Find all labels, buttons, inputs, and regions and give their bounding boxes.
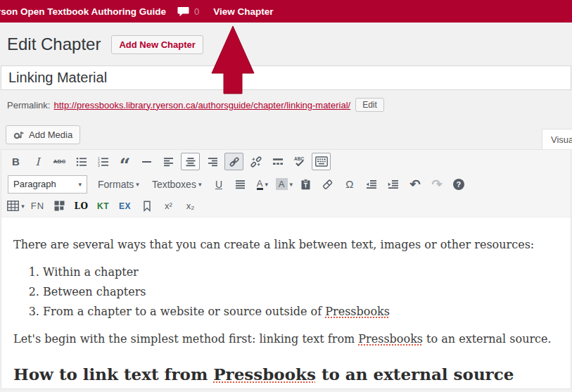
toolbar-row-1: B I ABC 123 “ ABC — [1, 150, 571, 173]
list-item: Within a chapter — [43, 265, 557, 280]
horizontal-rule-button[interactable] — [137, 153, 156, 170]
underline-button[interactable]: U — [209, 175, 228, 193]
tab-visual-label: Visual — [551, 134, 572, 145]
chevron-down-icon: ▾ — [21, 203, 25, 210]
permalink-url-link[interactable]: http://pressbooks.library.ryerson.ca/aut… — [53, 100, 350, 110]
undo-button[interactable]: ↶ — [405, 175, 424, 193]
list-item: Between chapters — [43, 285, 557, 300]
justify-button[interactable] — [231, 175, 250, 193]
page-title: Edit Chapter — [7, 34, 101, 54]
chevron-down-icon: ▾ — [78, 181, 82, 188]
media-row: Add Media Visual — [0, 125, 572, 149]
section-heading: How to link text from Pressbooks to an e… — [13, 365, 557, 384]
misspelled-word: Pressbooks — [213, 365, 316, 384]
subscript-button[interactable]: x₂ — [181, 197, 200, 215]
permalink-edit-button[interactable]: Edit — [355, 98, 384, 112]
blockquote-button[interactable]: “ — [115, 153, 134, 170]
bold-button[interactable]: B — [6, 153, 25, 170]
permalink-row: Permalink: http://pressbooks.library.rye… — [0, 90, 572, 112]
align-right-button[interactable] — [203, 153, 222, 170]
bullet-list-button[interactable] — [72, 153, 91, 170]
toolbar-row-3: ▾ FN LO KT EX x² x₂ — [1, 195, 571, 217]
table-button[interactable]: ▾ — [6, 197, 25, 215]
spellcheck-button[interactable]: ABC — [290, 153, 309, 170]
redo-button[interactable]: ↷ — [427, 175, 446, 193]
page-head: Edit Chapter Add New Chapter — [0, 23, 572, 54]
chevron-down-icon: ▾ — [265, 181, 269, 188]
numbered-list-button[interactable]: 123 — [94, 153, 113, 170]
view-chapter-link[interactable]: View Chapter — [213, 6, 273, 17]
anchor-button[interactable] — [137, 197, 156, 215]
editor: B I ABC 123 “ ABC — [1, 149, 571, 389]
footnote-button[interactable]: FN — [28, 197, 47, 215]
chevron-down-icon: ▾ — [290, 181, 293, 188]
background-color-button[interactable]: A▾ — [274, 175, 293, 193]
clear-formatting-button[interactable] — [318, 175, 337, 193]
svg-text:3: 3 — [98, 163, 100, 167]
admin-bar: rson Open Textbook Authoring Guide 0 Vie… — [0, 0, 572, 23]
comments-bubble-icon[interactable] — [177, 6, 189, 17]
paragraph-select-value: Paragraph — [13, 179, 56, 189]
special-character-button[interactable]: Ω — [340, 175, 359, 193]
annotation-arrow-up — [211, 25, 255, 97]
add-new-chapter-button[interactable]: Add New Chapter — [111, 35, 203, 54]
exercises-button[interactable]: EX — [115, 197, 134, 215]
help-button[interactable]: ? — [449, 175, 468, 193]
site-title[interactable]: rson Open Textbook Authoring Guide — [0, 6, 166, 17]
superscript-button[interactable]: x² — [159, 197, 178, 215]
paste-as-text-button[interactable] — [296, 175, 315, 193]
link-button[interactable] — [224, 153, 243, 170]
toolbar-row-2: Paragraph ▾ Formats ▾ Textboxes ▾ U A▾ A… — [1, 173, 571, 195]
key-terms-button[interactable]: KT — [94, 197, 113, 215]
learning-objectives-button[interactable]: LO — [72, 197, 91, 215]
link-methods-list: Within a chapter Between chapters From a… — [13, 265, 557, 319]
align-center-button[interactable] — [181, 153, 200, 170]
align-left-button[interactable] — [159, 153, 178, 170]
strikethrough-button[interactable]: ABC — [50, 153, 69, 170]
indent-button[interactable] — [383, 175, 402, 193]
toolbar-toggle-button[interactable] — [312, 153, 331, 170]
outdent-button[interactable] — [362, 175, 381, 193]
italic-button[interactable]: I — [28, 153, 47, 170]
second-paragraph: Let's begin with the simplest method fir… — [13, 331, 557, 347]
tab-visual[interactable]: Visual — [542, 129, 572, 149]
text-color-button[interactable]: A▾ — [253, 175, 272, 193]
chapter-title-value: Linking Material — [8, 70, 107, 86]
add-media-label: Add Media — [29, 129, 72, 140]
editor-content[interactable]: There are several ways that you can crea… — [1, 217, 571, 388]
comments-count: 0 — [194, 6, 199, 17]
blocks-button[interactable] — [50, 197, 69, 215]
textboxes-menu[interactable]: Textboxes ▾ — [152, 179, 202, 190]
chevron-down-icon: ▾ — [136, 181, 139, 188]
intro-paragraph: There are several ways that you can crea… — [13, 236, 557, 253]
chevron-down-icon: ▾ — [198, 181, 202, 188]
list-item: From a chapter to a website or source ou… — [43, 305, 557, 320]
misspelled-word: Pressbooks — [325, 305, 390, 318]
misspelled-word: Pressbooks — [358, 332, 423, 346]
add-media-button[interactable]: Add Media — [6, 125, 80, 144]
permalink-label: Permalink: — [7, 100, 50, 110]
paragraph-select[interactable]: Paragraph ▾ — [8, 175, 87, 194]
formats-menu[interactable]: Formats ▾ — [98, 179, 139, 190]
read-more-button[interactable] — [268, 153, 287, 170]
media-icon — [13, 130, 25, 140]
chapter-title-input[interactable]: Linking Material — [1, 65, 571, 90]
unlink-button[interactable] — [246, 153, 265, 170]
